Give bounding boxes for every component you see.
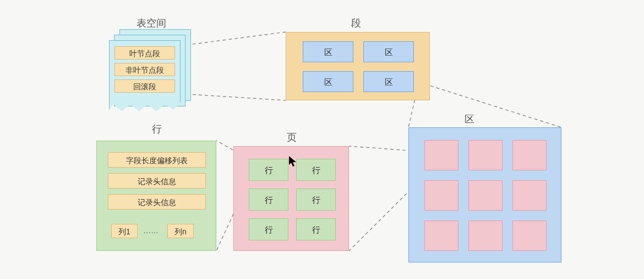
page-cell: 行 — [249, 218, 288, 240]
segment-cell: 区 — [303, 71, 353, 92]
page-box: 行 行 行 行 行 行 — [233, 146, 349, 251]
diagram-canvas: 表空间 段 区 页 行 叶节点段 非叶节点段 回滚段 区 区 区 区 行 行 行… — [0, 0, 644, 279]
row-item-header: 记录头信息 — [108, 173, 206, 189]
title-page: 页 — [278, 131, 305, 144]
row-column-first: 列1 — [111, 224, 138, 238]
extent-cell — [512, 140, 547, 170]
title-row: 行 — [143, 122, 171, 136]
tablespace-item-nonleaf-segment: 非叶节点段 — [114, 63, 175, 76]
title-segment: 段 — [342, 17, 370, 30]
row-box: 字段长度偏移列表 记录头信息 记录头信息 列1 …… 列n — [96, 141, 216, 251]
page-cell: 行 — [249, 159, 288, 181]
page-cell: 行 — [296, 218, 336, 240]
row-item-header: 记录头信息 — [108, 194, 206, 210]
row-column-ellipsis: …… — [143, 226, 159, 235]
tablespace-item-rollback-segment: 回滚段 — [114, 79, 175, 93]
segment-cell: 区 — [363, 71, 414, 92]
extent-cell — [512, 221, 547, 251]
extent-cell — [424, 140, 459, 170]
title-tablespace: 表空间 — [132, 17, 171, 30]
extent-cell — [468, 221, 503, 251]
row-item-offset-list: 字段长度偏移列表 — [108, 152, 206, 168]
tablespace-doc-front: 叶节点段 非叶节点段 回滚段 — [109, 40, 181, 112]
row-column-last: 列n — [167, 224, 194, 238]
extent-cell — [468, 180, 503, 211]
extent-cell — [512, 180, 547, 211]
extent-box — [408, 127, 561, 262]
extent-cell — [424, 180, 459, 211]
page-cell: 行 — [249, 189, 288, 211]
extent-cell — [424, 221, 459, 251]
segment-cell: 区 — [303, 41, 353, 62]
svg-line-0 — [181, 32, 286, 46]
page-cell: 行 — [296, 189, 336, 211]
segment-cell: 区 — [363, 41, 414, 62]
page-cell: 行 — [296, 159, 336, 181]
extent-cell — [468, 140, 503, 170]
title-extent: 区 — [456, 112, 483, 126]
segment-box: 区 区 区 区 — [286, 32, 430, 100]
svg-line-3 — [419, 82, 561, 127]
svg-line-1 — [181, 94, 286, 100]
tablespace-item-leaf-segment: 叶节点段 — [114, 46, 175, 60]
